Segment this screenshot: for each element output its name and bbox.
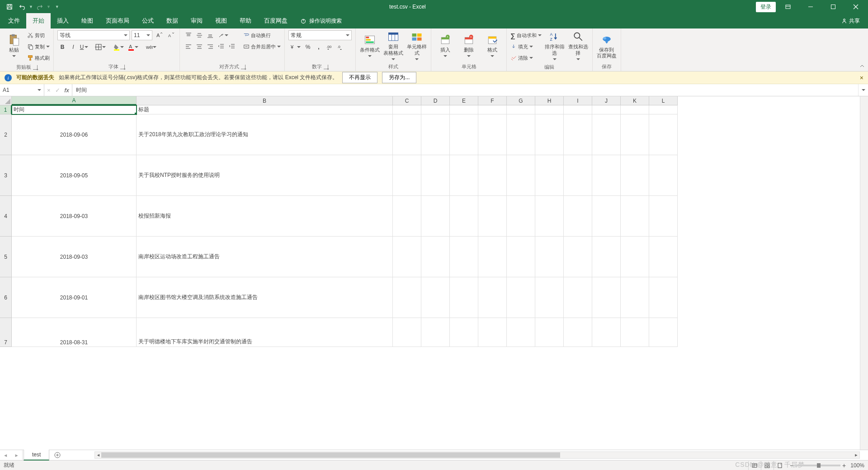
- cell[interactable]: 2018-09-05: [12, 155, 137, 196]
- dont-show-button[interactable]: 不再显示: [342, 72, 377, 83]
- name-box[interactable]: A1: [0, 84, 44, 96]
- cell-styles-button[interactable]: 单元格样式: [406, 30, 427, 62]
- sheet-nav-arrows[interactable]: ◄►: [0, 450, 23, 460]
- cancel-formula-icon[interactable]: ×: [47, 87, 51, 94]
- cell[interactable]: [478, 196, 507, 237]
- cell[interactable]: [450, 277, 478, 318]
- cell[interactable]: [535, 155, 564, 196]
- cell[interactable]: 校报招新海报: [137, 196, 393, 237]
- ribbon-display-icon[interactable]: [778, 0, 798, 14]
- col-header-G[interactable]: G: [507, 96, 535, 105]
- row-header[interactable]: 7: [0, 318, 12, 347]
- align-right-icon[interactable]: [205, 42, 215, 52]
- align-bottom-icon[interactable]: [205, 30, 215, 40]
- cell[interactable]: [535, 318, 564, 347]
- tab-百度网盘[interactable]: 百度网盘: [258, 13, 294, 28]
- percent-icon[interactable]: %: [303, 42, 313, 52]
- cell[interactable]: [421, 114, 450, 155]
- decrease-font-icon[interactable]: A: [166, 30, 176, 40]
- tab-数据[interactable]: 数据: [160, 13, 184, 28]
- zoom-slider[interactable]: [795, 465, 840, 466]
- add-sheet-icon[interactable]: [52, 450, 63, 461]
- font-launcher-icon[interactable]: [120, 65, 125, 69]
- cell[interactable]: [564, 318, 592, 347]
- cell[interactable]: [393, 105, 421, 114]
- undo-icon[interactable]: [16, 1, 28, 13]
- delete-cells-button[interactable]: ×删除: [458, 30, 479, 62]
- msgbar-close-icon[interactable]: ×: [860, 74, 863, 81]
- cell[interactable]: 时间: [12, 105, 137, 114]
- insert-cells-button[interactable]: +插入: [435, 30, 456, 62]
- cell[interactable]: 标题: [137, 105, 393, 114]
- tell-me[interactable]: 操作说明搜索: [294, 14, 348, 28]
- cell[interactable]: [450, 114, 478, 155]
- zoom-level[interactable]: 100%: [850, 462, 864, 469]
- comma-icon[interactable]: ,: [314, 42, 324, 52]
- bold-icon[interactable]: B: [57, 42, 67, 52]
- col-header-E[interactable]: E: [450, 96, 478, 105]
- col-header-D[interactable]: D: [421, 96, 450, 105]
- tab-文件[interactable]: 文件: [2, 13, 26, 28]
- zoom-in-icon[interactable]: +: [842, 462, 846, 469]
- cell[interactable]: [393, 277, 421, 318]
- cell[interactable]: [592, 155, 621, 196]
- cell[interactable]: [393, 155, 421, 196]
- copy-button[interactable]: 复制: [27, 42, 50, 52]
- border-icon[interactable]: [94, 42, 107, 52]
- increase-font-icon[interactable]: A: [154, 30, 164, 40]
- col-header-L[interactable]: L: [649, 96, 678, 105]
- cell[interactable]: [450, 155, 478, 196]
- insert-function-icon[interactable]: fx: [65, 87, 69, 94]
- cell[interactable]: [621, 105, 649, 114]
- tab-视图[interactable]: 视图: [209, 13, 233, 28]
- row-header[interactable]: 4: [0, 196, 12, 237]
- save-as-button[interactable]: 另存为...: [382, 72, 416, 83]
- autosum-button[interactable]: ∑自动求和: [510, 30, 542, 40]
- maximize-icon[interactable]: [823, 0, 844, 14]
- cell[interactable]: [592, 105, 621, 114]
- cell[interactable]: [535, 277, 564, 318]
- paste-button[interactable]: 粘贴: [4, 30, 24, 62]
- sheet-tab-active[interactable]: test: [24, 450, 49, 461]
- cell[interactable]: [393, 196, 421, 237]
- alignment-launcher-icon[interactable]: [241, 65, 245, 69]
- cell[interactable]: [450, 105, 478, 114]
- tab-插入[interactable]: 插入: [51, 13, 75, 28]
- col-header-A[interactable]: A: [12, 96, 137, 105]
- cell[interactable]: [393, 114, 421, 155]
- cell[interactable]: [478, 237, 507, 277]
- cell[interactable]: [564, 196, 592, 237]
- cell[interactable]: 2018-09-06: [12, 114, 137, 155]
- cell[interactable]: [649, 277, 678, 318]
- cell[interactable]: [621, 277, 649, 318]
- row-header[interactable]: 2: [0, 114, 12, 155]
- cell[interactable]: [592, 196, 621, 237]
- cell[interactable]: [478, 105, 507, 114]
- format-as-table-button[interactable]: 套用 表格格式: [383, 30, 404, 62]
- accounting-icon[interactable]: ¥: [288, 42, 302, 52]
- row-header[interactable]: 3: [0, 155, 12, 196]
- col-header-B[interactable]: B: [137, 96, 393, 105]
- italic-icon[interactable]: I: [68, 42, 78, 52]
- format-painter-button[interactable]: 格式刷: [27, 53, 50, 63]
- find-select-button[interactable]: 查找和选择: [568, 30, 589, 62]
- cell[interactable]: [621, 114, 649, 155]
- col-header-K[interactable]: K: [621, 96, 649, 105]
- select-all-corner[interactable]: [0, 96, 12, 105]
- col-header-H[interactable]: H: [535, 96, 564, 105]
- font-color-icon[interactable]: A: [126, 42, 140, 52]
- font-name-combo[interactable]: 等线: [57, 30, 130, 40]
- cell[interactable]: [393, 318, 421, 347]
- cell[interactable]: [478, 318, 507, 347]
- cell[interactable]: [421, 237, 450, 277]
- conditional-format-button[interactable]: 条件格式: [359, 30, 380, 62]
- cell[interactable]: [507, 237, 535, 277]
- align-middle-icon[interactable]: [194, 30, 204, 40]
- tab-公式[interactable]: 公式: [136, 13, 160, 28]
- cell[interactable]: [478, 114, 507, 155]
- wrap-text-button[interactable]: 自动换行: [243, 30, 281, 40]
- cut-button[interactable]: 剪切: [27, 30, 50, 40]
- cell[interactable]: [564, 237, 592, 277]
- login-button[interactable]: 登录: [756, 2, 776, 12]
- fill-color-icon[interactable]: [112, 42, 125, 52]
